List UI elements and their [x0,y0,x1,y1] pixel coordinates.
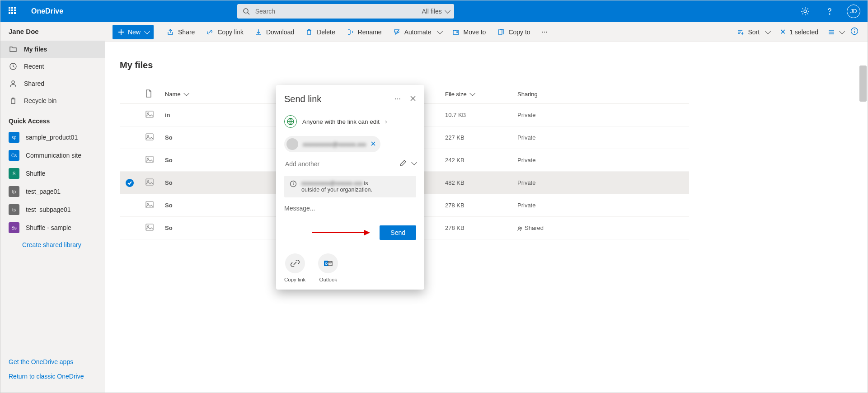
copy-link-option[interactable] [285,253,305,273]
file-name-cell[interactable]: So [160,194,295,217]
remove-recipient-button[interactable] [371,140,376,148]
row-select-checkbox[interactable] [126,179,134,187]
file-name-cell[interactable]: So [160,149,295,172]
svg-point-0 [244,9,248,13]
file-name-cell[interactable]: in [160,104,295,126]
download-button[interactable]: Download [249,22,300,42]
row-select-checkbox[interactable] [126,223,134,231]
cmd-label: Automate [404,28,432,36]
cmd-label: Download [266,28,294,36]
scrollbar[interactable] [859,66,867,102]
waffle-icon [9,7,18,16]
site-badge-icon: tp [9,186,19,197]
quick-access-item[interactable]: tstest_subpage01 [0,201,105,219]
get-apps-link[interactable]: Get the OneDrive apps [9,355,97,369]
sharing-cell: Private [512,149,689,172]
file-size-cell: 227 KB [440,126,512,149]
quick-access-item[interactable]: SShuffle [0,164,105,182]
add-recipient-field[interactable] [284,158,416,171]
rename-button[interactable]: Rename [341,22,387,42]
image-file-icon [145,132,154,141]
new-button-label: New [128,28,141,36]
outlook-label: Outlook [319,277,337,282]
svg-text:O: O [325,262,328,266]
quick-access-heading: Quick Access [0,109,105,128]
message-field[interactable]: Message... [276,197,424,212]
svg-point-2 [804,10,807,13]
send-link-dialog: Send link ⋯ Anyone with the link can edi… [276,85,424,290]
svg-rect-12 [146,156,153,163]
add-recipient-input[interactable] [285,160,396,168]
row-select-checkbox[interactable] [126,133,134,141]
file-size-cell: 242 KB [440,149,512,172]
row-select-checkbox[interactable] [126,110,134,118]
annotation-arrow [312,228,371,237]
external-warning: xxxxxxxxxx@xxxxxx.xxx is outside of your… [284,176,416,197]
svg-rect-8 [146,111,153,117]
sidebar-item-my-files[interactable]: My files [0,41,105,58]
sharing-cell: Private [512,194,689,217]
col-name[interactable]: Name [160,85,295,104]
quick-access-item[interactable]: spsample_product01 [0,128,105,146]
edit-recipient-button[interactable] [399,159,407,168]
create-shared-library-link[interactable]: Create shared library [0,237,105,253]
sort-button[interactable]: Sort [732,22,773,42]
send-button[interactable]: Send [380,225,416,240]
svg-point-15 [148,181,149,182]
details-pane-button[interactable] [849,22,860,42]
row-select-checkbox[interactable] [126,201,134,209]
copy-link-button[interactable]: Copy link [200,22,249,42]
dialog-close-button[interactable] [410,95,416,103]
rename-icon [346,28,354,36]
sidebar-item-shared[interactable]: Shared [0,75,105,92]
classic-onedrive-link[interactable]: Return to classic OneDrive [9,369,97,384]
recipient-type-dropdown[interactable] [411,159,415,168]
copy-to-button[interactable]: Copy to [491,22,535,42]
move-to-button[interactable]: Move to [446,22,492,42]
view-toggle-button[interactable] [826,22,845,42]
share-button[interactable]: Share [161,22,200,42]
col-file-size[interactable]: File size [440,85,512,104]
quick-access-label: Shuffle - sample [26,224,71,231]
site-badge-icon: S [9,168,19,179]
recipient-pill[interactable]: xxxxxxxxxx@xxxxxx.xxx [284,136,380,152]
svg-point-20 [518,227,520,229]
sidebar-item-recycle-bin[interactable]: Recycle bin [0,92,105,109]
cmd-label: Rename [358,28,382,36]
search-input[interactable] [255,8,417,15]
link-icon [206,28,214,36]
sidebar-item-label: My files [24,46,47,53]
new-button[interactable]: New [113,25,154,39]
settings-button[interactable] [798,4,812,19]
clear-selection-button[interactable]: ✕ 1 selected [776,22,822,42]
link-permission-button[interactable]: Anyone with the link can edit › [276,104,424,132]
pencil-icon [399,159,407,167]
search-scope-dropdown[interactable]: All files [416,8,454,15]
copy-icon [497,28,505,36]
quick-access-item[interactable]: SsShuffle - sample [0,219,105,237]
file-name-cell[interactable]: So [160,126,295,149]
quick-access-item[interactable]: tptest_page01 [0,182,105,201]
sort-icon [736,28,744,36]
image-file-icon [145,110,154,119]
image-file-icon [145,178,154,187]
col-sharing[interactable]: Sharing [512,85,689,104]
sidebar-user-name: Jane Doe [0,22,105,41]
automate-button[interactable]: Automate [387,22,446,42]
file-name-cell[interactable]: So [160,172,295,194]
quick-access-item[interactable]: CsCommunication site [0,146,105,164]
user-avatar[interactable]: JD [847,5,860,18]
help-button[interactable] [822,4,837,19]
row-select-checkbox[interactable] [126,155,134,164]
outlook-option[interactable]: O [318,253,338,273]
dialog-more-button[interactable]: ⋯ [394,95,402,103]
sidebar-item-recent[interactable]: Recent [0,58,105,75]
cmd-label: Move to [464,28,486,36]
delete-button[interactable]: Delete [300,22,340,42]
more-cmds-button[interactable]: ⋯ [536,22,554,42]
search-box[interactable]: All files [237,4,454,19]
globe-icon [284,115,297,128]
app-launcher[interactable] [6,4,20,19]
file-name-cell[interactable]: So [160,217,295,239]
command-bar: New Share Copy link Download Delete [105,22,868,42]
